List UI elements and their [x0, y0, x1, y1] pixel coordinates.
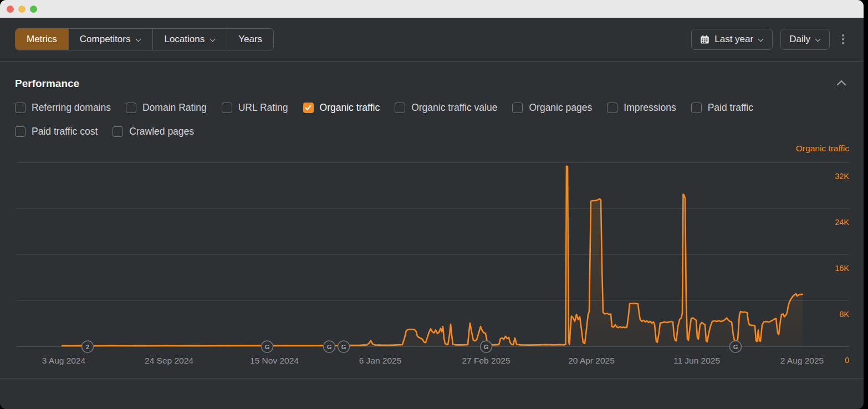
chevron-down-icon [815, 35, 821, 41]
x-axis-tick: 20 Apr 2025 [568, 356, 615, 365]
view-tabs: MetricsCompetitorsLocationsYears [15, 28, 274, 50]
toolbar: MetricsCompetitorsLocationsYears [0, 18, 864, 61]
metric-label: Organic traffic [320, 102, 380, 114]
date-range-button[interactable]: Last year [691, 29, 773, 50]
metric-checkbox-referring-domains[interactable]: Referring domains [15, 102, 111, 114]
organic-traffic-chart: 32K24K16K8K0Organic traffic3 Aug 202424 … [0, 139, 864, 378]
axis-event-marker-label: G [733, 344, 738, 350]
metric-label: Domain Rating [142, 102, 207, 114]
date-range-label: Last year [714, 34, 753, 45]
performance-header: Performance [0, 62, 864, 90]
y-axis-tick: 16K [835, 264, 849, 273]
metric-label: Organic pages [529, 102, 592, 114]
x-axis-tick: 24 Sep 2024 [145, 356, 193, 365]
metric-checkbox-paid-traffic-cost[interactable]: Paid traffic cost [15, 126, 98, 137]
chevron-down-icon [210, 35, 216, 41]
section-title: Performance [15, 78, 79, 90]
x-axis-tick: 2 Aug 2025 [780, 356, 824, 365]
metric-checkbox-organic-pages[interactable]: Organic pages [512, 102, 592, 114]
y-axis-tick: 24K [835, 218, 849, 227]
chevron-down-icon [758, 35, 764, 41]
granularity-button[interactable]: Daily [780, 29, 830, 50]
organic-traffic-line [62, 166, 803, 346]
metric-checkbox-url-rating[interactable]: URL Rating [222, 102, 288, 114]
checkbox-unchecked-icon[interactable] [222, 103, 232, 113]
y-axis-tick: 8K [839, 310, 849, 319]
axis-event-marker-label: G [484, 344, 489, 350]
x-axis-tick: 3 Aug 2024 [42, 356, 86, 365]
chevron-down-icon [136, 35, 141, 41]
metric-label: URL Rating [238, 102, 288, 114]
close-button[interactable] [7, 6, 14, 13]
metric-label: Organic traffic value [411, 102, 497, 114]
axis-event-marker-label: G [265, 344, 270, 350]
checkbox-unchecked-icon[interactable] [395, 103, 405, 113]
tab-locations[interactable]: Locations [152, 29, 227, 50]
granularity-label: Daily [789, 34, 810, 45]
tab-metrics[interactable]: Metrics [16, 29, 68, 50]
app-window: MetricsCompetitorsLocationsYears [0, 0, 864, 409]
y-axis-tick: 0 [845, 356, 849, 365]
metric-label: Referring domains [32, 102, 111, 114]
minimize-button[interactable] [18, 6, 25, 13]
toolbar-right: Last year Daily [691, 29, 849, 50]
tab-years[interactable]: Years [227, 29, 273, 50]
traffic-lights [7, 6, 37, 13]
collapse-section-button[interactable] [834, 77, 849, 90]
x-axis-tick: 15 Nov 2024 [250, 356, 299, 365]
metric-label: Impressions [624, 102, 676, 114]
checkbox-unchecked-icon[interactable] [15, 126, 25, 137]
chart-legend: Organic traffic [796, 144, 849, 153]
zoom-button[interactable] [30, 6, 37, 13]
metric-checkbox-organic-traffic[interactable]: Organic traffic [303, 102, 380, 114]
metric-checkbox-impressions[interactable]: Impressions [607, 102, 676, 114]
x-axis-tick: 11 Jun 2025 [673, 356, 720, 365]
tab-label: Locations [164, 34, 205, 45]
metric-checkbox-list: Referring domainsDomain RatingURL Rating… [0, 90, 843, 137]
metric-label: Paid traffic cost [32, 126, 98, 137]
tab-label: Metrics [27, 34, 57, 45]
y-axis-tick: 32K [835, 172, 849, 181]
titlebar [0, 0, 864, 18]
tab-competitors[interactable]: Competitors [68, 29, 153, 50]
checkbox-unchecked-icon[interactable] [15, 103, 25, 113]
checkbox-unchecked-icon[interactable] [126, 103, 136, 113]
kebab-icon [842, 34, 844, 37]
metric-label: Crawled pages [129, 126, 194, 137]
checkbox-unchecked-icon[interactable] [607, 103, 617, 113]
checkbox-unchecked-icon[interactable] [512, 103, 523, 113]
axis-event-marker-label: 2 [86, 344, 89, 350]
axis-event-marker-label: G [341, 344, 346, 350]
x-axis-tick: 27 Feb 2025 [462, 356, 510, 365]
chevron-up-icon [836, 80, 846, 86]
metric-checkbox-organic-traffic-value[interactable]: Organic traffic value [395, 102, 497, 114]
metric-label: Paid traffic [708, 102, 753, 114]
checkbox-unchecked-icon[interactable] [691, 103, 702, 113]
metric-checkbox-domain-rating[interactable]: Domain Rating [126, 102, 207, 114]
section-bottom-divider [0, 378, 864, 379]
axis-event-marker-label: G [327, 344, 332, 350]
x-axis-tick: 6 Jan 2025 [359, 356, 402, 365]
metric-checkbox-paid-traffic[interactable]: Paid traffic [691, 102, 753, 114]
checkbox-checked-icon[interactable] [303, 103, 314, 113]
calendar-icon [700, 35, 709, 44]
tab-label: Competitors [80, 34, 131, 45]
checkbox-unchecked-icon[interactable] [113, 126, 123, 137]
tab-label: Years [238, 34, 262, 45]
metric-checkbox-crawled-pages[interactable]: Crawled pages [113, 126, 194, 137]
more-menu-button[interactable] [838, 31, 849, 48]
